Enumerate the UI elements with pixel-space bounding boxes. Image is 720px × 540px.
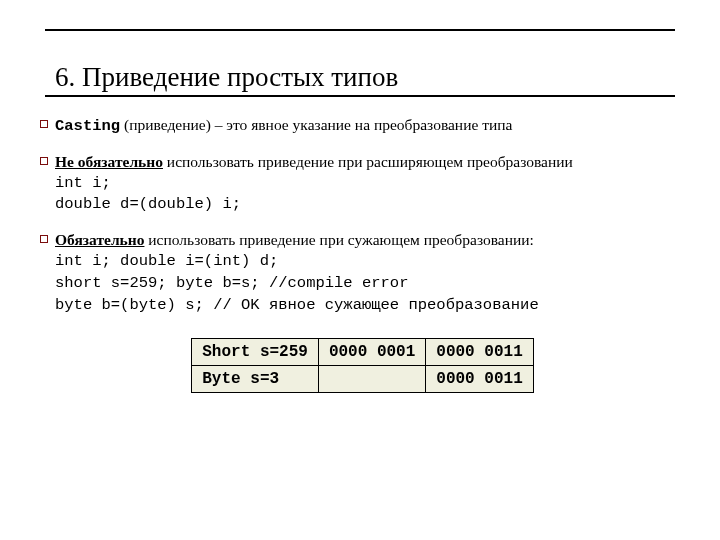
code-line: double d=(double) i; bbox=[55, 195, 241, 213]
casting-def: (приведение) – это явное указание на пре… bbox=[120, 116, 512, 133]
bullet-icon bbox=[40, 157, 48, 165]
code-line: int i; bbox=[55, 174, 111, 192]
cell-byte-label: Byte s=3 bbox=[192, 365, 319, 392]
code-line: int i; double i=(int) d; bbox=[55, 252, 278, 270]
code-line: short s=259; byte b=s; //compile error bbox=[55, 274, 408, 292]
binary-table-wrap: Short s=259 0000 0001 0000 0011 Byte s=3… bbox=[55, 338, 670, 393]
casting-term: Casting bbox=[55, 117, 120, 135]
cell-byte-high bbox=[318, 365, 425, 392]
binary-table: Short s=259 0000 0001 0000 0011 Byte s=3… bbox=[191, 338, 533, 393]
bullet-icon bbox=[40, 120, 48, 128]
cell-short-low: 0000 0011 bbox=[426, 338, 533, 365]
paragraph-widening: Не обязательно использовать приведение п… bbox=[55, 152, 670, 215]
slide-content: 6. Приведение простых типов Casting (при… bbox=[55, 62, 670, 393]
slide-heading: 6. Приведение простых типов bbox=[55, 62, 670, 93]
heading-underline bbox=[45, 95, 675, 97]
code-line: byte b=(byte) s; // OK явное сужающее пр… bbox=[55, 296, 539, 314]
cell-short-high: 0000 0001 bbox=[318, 338, 425, 365]
paragraph-narrowing: Обязательно использовать приведение при … bbox=[55, 230, 670, 315]
widening-lead: Не обязательно bbox=[55, 153, 163, 170]
bullet-icon bbox=[40, 235, 48, 243]
top-rule bbox=[45, 29, 675, 31]
cell-byte-low: 0000 0011 bbox=[426, 365, 533, 392]
paragraph-casting: Casting (приведение) – это явное указани… bbox=[55, 115, 670, 137]
table-row: Short s=259 0000 0001 0000 0011 bbox=[192, 338, 533, 365]
narrowing-lead: Обязательно bbox=[55, 231, 144, 248]
cell-short-label: Short s=259 bbox=[192, 338, 319, 365]
table-row: Byte s=3 0000 0011 bbox=[192, 365, 533, 392]
widening-rest: использовать приведение при расширяющем … bbox=[163, 153, 573, 170]
narrowing-rest: использовать приведение при сужающем пре… bbox=[144, 231, 533, 248]
